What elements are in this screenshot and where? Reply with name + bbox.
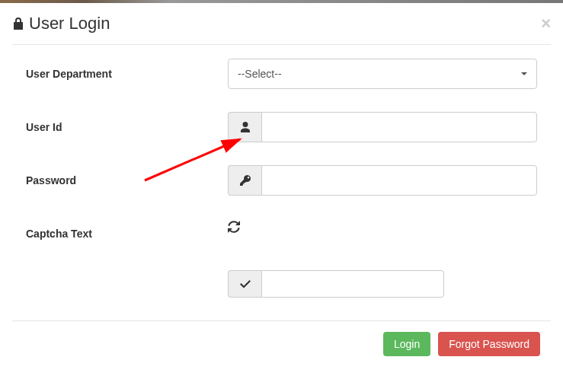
captcha-input[interactable] [261,270,444,298]
modal-footer: Login Forgot Password [12,320,551,356]
captcha-input-col [228,270,537,298]
login-modal: User Login × User Department --Select-- … [0,3,563,368]
user-icon [228,112,261,142]
department-select[interactable]: --Select-- [228,59,537,89]
department-control: --Select-- [228,59,537,89]
modal-title: User Login [12,14,110,33]
captcha-input-group [228,270,537,298]
modal-title-text: User Login [29,14,110,33]
userid-input-group [228,112,537,142]
captcha-empty-label [26,270,228,298]
userid-row: User Id [26,112,537,142]
check-icon [228,270,261,298]
captcha-label: Captcha Text [26,218,228,240]
password-control [228,165,537,196]
captcha-refresh-col [228,218,537,240]
userid-control [228,112,537,142]
lock-icon [12,17,24,30]
login-button[interactable]: Login [383,332,430,356]
department-row: User Department --Select-- [26,59,537,89]
modal-header: User Login × [12,14,551,45]
refresh-icon[interactable] [228,218,240,233]
userid-input[interactable] [261,112,537,142]
login-form: User Department --Select-- User Id Passw… [12,59,551,298]
password-input-group [228,165,537,196]
forgot-password-button[interactable]: Forgot Password [438,332,540,356]
captcha-label-row: Captcha Text [26,218,537,240]
password-label: Password [26,165,228,196]
key-icon [228,165,261,196]
password-input[interactable] [261,165,537,196]
password-row: Password [26,165,537,196]
close-icon[interactable]: × [541,15,551,32]
userid-label: User Id [26,112,228,142]
department-label: User Department [26,59,228,89]
captcha-input-row [26,270,537,298]
